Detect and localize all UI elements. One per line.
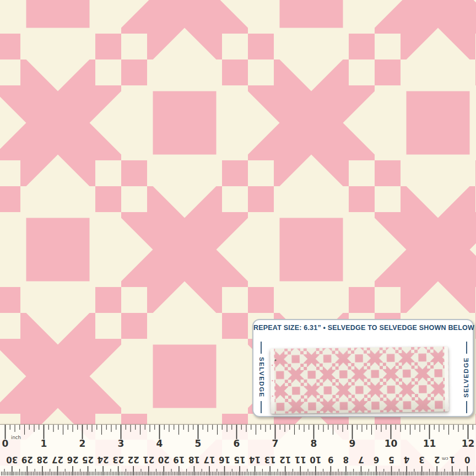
svg-text:6: 6 (234, 438, 240, 449)
svg-text:23: 23 (112, 455, 124, 464)
svg-text:3: 3 (118, 438, 125, 449)
svg-text:2: 2 (79, 438, 86, 449)
fabric-product-image: REPEAT SIZE: 6.31” • SELVEDGE TO SELVEDG… (0, 0, 476, 476)
svg-text:11: 11 (295, 455, 306, 464)
svg-text:7: 7 (272, 438, 279, 449)
svg-text:25: 25 (82, 455, 94, 464)
svg-text:6: 6 (374, 455, 379, 464)
svg-text:1: 1 (450, 455, 455, 464)
svg-text:21: 21 (143, 455, 154, 464)
fabric-strip-photo (270, 347, 448, 414)
svg-text:19: 19 (173, 455, 185, 464)
svg-text:7: 7 (358, 455, 364, 464)
repeat-size-label: REPEAT SIZE: 6.31” • SELVEDGE TO SELVEDG… (253, 324, 473, 332)
cm-scale: 3029282726252423222120191817161514131211… (2, 455, 474, 476)
svg-text:0: 0 (2, 438, 9, 449)
svg-text:30: 30 (6, 455, 18, 464)
svg-text:24: 24 (98, 455, 109, 464)
svg-text:16: 16 (219, 455, 230, 464)
svg-text:12: 12 (279, 455, 291, 464)
svg-text:1: 1 (41, 438, 47, 449)
selvedge-tick-bottom-right (466, 401, 467, 413)
ruler: 0123456789101112inch30292827262524232221… (0, 424, 476, 476)
svg-text:13: 13 (264, 455, 276, 464)
svg-text:cm: cm (442, 456, 448, 461)
svg-text:11: 11 (423, 438, 436, 449)
svg-text:8: 8 (311, 438, 317, 449)
fabric-strip-pattern (270, 347, 448, 414)
svg-text:10: 10 (310, 455, 321, 464)
repeat-info-card: REPEAT SIZE: 6.31” • SELVEDGE TO SELVEDG… (252, 319, 474, 417)
svg-text:20: 20 (158, 455, 170, 464)
svg-text:9: 9 (349, 438, 356, 449)
svg-text:5: 5 (195, 438, 202, 449)
selvedge-tick-top-right (466, 342, 467, 354)
svg-text:2: 2 (434, 455, 440, 464)
svg-text:14: 14 (249, 455, 261, 464)
selvedge-tick-top-left (261, 342, 262, 354)
svg-text:4: 4 (156, 438, 163, 449)
svg-text:3: 3 (419, 455, 424, 464)
selvedge-label-right: SELVEDGE (461, 347, 472, 408)
svg-text:9: 9 (328, 455, 333, 464)
svg-text:5: 5 (388, 455, 394, 464)
svg-text:18: 18 (188, 455, 200, 464)
selvedge-label-left: SELVEDGE (256, 347, 267, 408)
selvedge-edge-right (444, 347, 448, 412)
svg-text:15: 15 (234, 455, 246, 464)
svg-text:12: 12 (462, 438, 475, 449)
svg-text:inch: inch (11, 435, 21, 440)
svg-text:0: 0 (464, 455, 470, 464)
svg-text:22: 22 (128, 455, 139, 464)
ruler-scales: 0123456789101112inch30292827262524232221… (0, 425, 476, 476)
svg-text:10: 10 (385, 438, 398, 449)
svg-text:8: 8 (343, 455, 349, 464)
svg-text:26: 26 (67, 455, 79, 464)
svg-text:28: 28 (36, 455, 48, 464)
selvedge-tick-bottom-left (261, 401, 262, 413)
svg-text:29: 29 (21, 455, 33, 464)
inch-scale: 0123456789101112inch (2, 425, 475, 449)
svg-text:4: 4 (404, 455, 409, 464)
svg-text:27: 27 (52, 455, 63, 464)
svg-text:17: 17 (204, 455, 215, 464)
